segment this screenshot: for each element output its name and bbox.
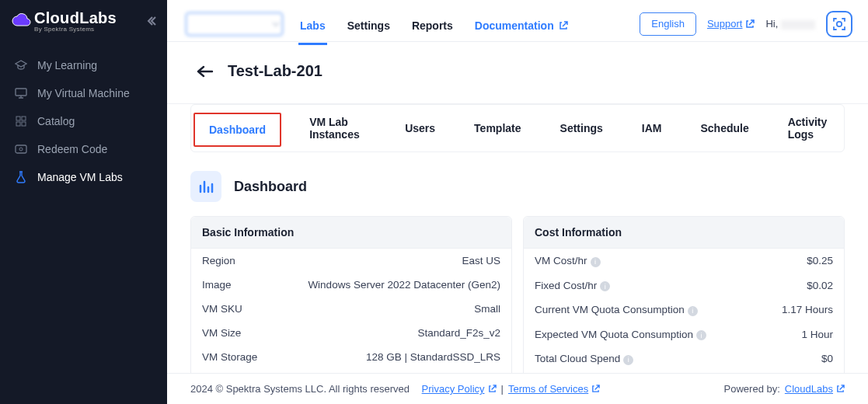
info-row: VM Storage128 GB | StandardSSD_LRS	[191, 345, 511, 369]
top-tabs: Labs Settings Reports Documentation	[298, 3, 570, 45]
subtab-iam[interactable]: IAM	[631, 111, 673, 145]
topbar-right: English Support Hi,	[640, 11, 852, 37]
brand-title: CloudLabs	[34, 9, 117, 27]
section-title: Dashboard	[234, 179, 307, 195]
info-value: Standard_F2s_v2	[417, 327, 500, 339]
sidebar-item-catalog[interactable]: Catalog	[0, 107, 167, 135]
basic-info-card: Basic Information RegionEast US ImageWin…	[190, 216, 512, 373]
info-row: VM SKUSmall	[191, 297, 511, 321]
greeting-prefix: Hi,	[765, 18, 778, 30]
brand[interactable]: CloudLabs By Spektra Systems	[11, 9, 117, 33]
info-grid: Basic Information RegionEast US ImageWin…	[167, 216, 868, 373]
info-row: RegionEast US	[191, 249, 511, 273]
info-icon[interactable]: i	[600, 281, 610, 291]
face-id-icon	[831, 16, 847, 32]
subtab-activity-logs[interactable]: Activity Logs	[777, 105, 841, 152]
tab-label: Documentation	[475, 19, 554, 32]
privacy-link[interactable]: Privacy Policy	[422, 383, 497, 395]
flask-icon	[14, 171, 28, 183]
info-value: 1 Hour	[801, 329, 833, 341]
sidebar-item-my-vm[interactable]: My Virtual Machine	[0, 79, 167, 107]
language-button[interactable]: English	[640, 12, 696, 36]
info-icon[interactable]: i	[591, 257, 601, 267]
main-area: Labs Settings Reports Documentation Engl…	[167, 0, 868, 404]
info-value: $0.25	[807, 255, 833, 267]
tab-documentation[interactable]: Documentation	[473, 19, 570, 45]
info-value: East US	[462, 255, 500, 266]
user-name-redacted	[781, 20, 815, 30]
sidebar-collapse-button[interactable]	[145, 16, 156, 26]
sidebar-item-label: Redeem Code	[37, 143, 107, 155]
info-key: VM Size	[202, 327, 241, 339]
sidebar-item-redeem-code[interactable]: Redeem Code	[0, 135, 167, 163]
topbar: Labs Settings Reports Documentation Engl…	[167, 0, 868, 42]
svg-point-6	[19, 148, 23, 151]
cloud-icon	[11, 13, 33, 29]
info-key: VM Cost/hri	[535, 255, 601, 267]
sidebar-item-label: My Learning	[37, 59, 97, 71]
footer-right: Powered by: CloudLabs	[724, 383, 845, 395]
svg-rect-0	[16, 89, 26, 96]
info-key: Expected VM Quota Consumptioni	[535, 329, 706, 341]
page-scroll[interactable]: Test-Lab-201 Dashboard VM Lab Instances …	[167, 42, 868, 373]
info-key: Current VM Quota Consumptioni	[535, 304, 698, 316]
terms-link[interactable]: Terms of Services	[508, 383, 600, 395]
powered-by-link[interactable]: CloudLabs	[785, 383, 845, 395]
external-link-icon	[488, 385, 497, 393]
info-value: $0	[821, 353, 833, 365]
info-icon[interactable]: i	[696, 330, 706, 340]
tab-settings[interactable]: Settings	[346, 19, 392, 45]
environment-select[interactable]	[186, 12, 283, 36]
info-value: 1.17 Hours	[782, 304, 833, 316]
subtabs: Dashboard VM Lab Instances Users Templat…	[191, 105, 844, 152]
info-row: VM Cost/hri$0.25	[524, 249, 844, 273]
scan-button[interactable]	[826, 11, 852, 37]
svg-rect-2	[22, 117, 26, 120]
subtab-users[interactable]: Users	[394, 111, 446, 145]
info-key: VM Storage	[202, 351, 257, 363]
svg-rect-5	[16, 145, 26, 153]
cost-info-card: Cost Information VM Cost/hri$0.25 Fixed …	[523, 216, 845, 373]
sidebar-item-manage-vm-labs[interactable]: Manage VM Labs	[0, 163, 167, 191]
info-icon[interactable]: i	[623, 355, 633, 365]
graduation-cap-icon	[14, 60, 28, 71]
info-row: Expected VM Quota Consumptioni1 Hour	[524, 322, 844, 347]
info-value: 128 GB | StandardSSD_LRS	[366, 351, 500, 363]
back-button[interactable]	[197, 65, 214, 78]
info-row: VM SizeStandard_F2s_v2	[191, 321, 511, 345]
section-header: Dashboard	[167, 166, 868, 216]
bar-chart-icon	[190, 171, 221, 202]
subtabs-container: Dashboard VM Lab Instances Users Templat…	[190, 104, 845, 152]
greeting: Hi,	[765, 18, 815, 30]
grid-icon	[14, 116, 28, 127]
tab-label: Settings	[347, 19, 390, 32]
info-icon[interactable]: i	[688, 306, 698, 316]
info-row: Fixed Cost/hri$0.02	[524, 273, 844, 298]
subtab-dashboard[interactable]: Dashboard	[193, 113, 281, 147]
tab-labs[interactable]: Labs	[298, 19, 327, 45]
external-link-icon	[836, 385, 845, 393]
subtab-template[interactable]: Template	[463, 111, 532, 145]
subtab-schedule[interactable]: Schedule	[689, 111, 759, 145]
sidebar-item-my-learning[interactable]: My Learning	[0, 51, 167, 79]
tab-reports[interactable]: Reports	[410, 19, 455, 45]
info-key: Total Cloud Spendi	[535, 353, 633, 365]
info-value: Windows Server 2022 Datacenter (Gen2)	[308, 279, 500, 291]
support-link[interactable]: Support	[707, 18, 755, 30]
card-heading: Cost Information	[524, 217, 844, 249]
support-label: Support	[707, 18, 743, 30]
info-row: Total Cloud Spendi$0	[524, 347, 844, 371]
info-value: $0.02	[807, 280, 833, 292]
page-title: Test-Lab-201	[228, 62, 322, 80]
tab-label: Labs	[300, 19, 326, 32]
ticket-icon	[14, 145, 28, 154]
info-value: Small	[474, 303, 500, 315]
subtab-vm-lab-instances[interactable]: VM Lab Instances	[298, 105, 377, 152]
external-link-icon	[745, 19, 755, 29]
external-link-icon	[591, 385, 600, 393]
svg-rect-1	[16, 117, 20, 120]
sidebar: CloudLabs By Spektra Systems My Learning…	[0, 0, 167, 404]
subtab-settings[interactable]: Settings	[549, 111, 614, 145]
info-row: Current VM Quota Consumptioni1.17 Hours	[524, 298, 844, 322]
sidebar-item-label: My Virtual Machine	[37, 87, 130, 99]
